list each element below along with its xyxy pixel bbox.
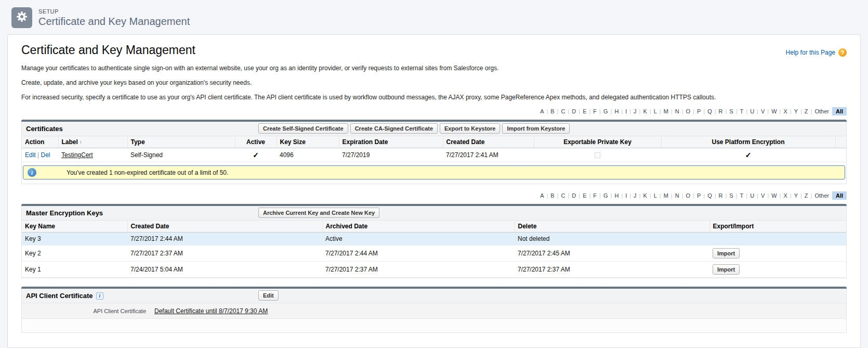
col-label[interactable]: Label↑ <box>58 136 127 148</box>
alpha-letter-l[interactable]: L <box>652 107 659 115</box>
alpha-letter-n[interactable]: N <box>673 107 681 115</box>
page-title: Certificate and Key Management <box>21 43 195 57</box>
alpha-letter-l[interactable]: L <box>652 191 659 200</box>
certificate-row: Edit | Del TestingCert Self-Signed ✓ 409… <box>22 148 846 162</box>
alpha-letter-z[interactable]: Z <box>803 107 810 115</box>
alpha-letter-r[interactable]: R <box>717 191 725 200</box>
master-keys-title: Master Encryption Keys <box>26 209 103 217</box>
alpha-other-link[interactable]: Other <box>812 107 832 115</box>
alpha-letter-e[interactable]: E <box>581 191 588 200</box>
col-active[interactable]: Active <box>235 136 277 148</box>
alpha-letter-v[interactable]: V <box>759 191 767 200</box>
alpha-separator: | <box>557 108 559 114</box>
alpha-letter-h[interactable]: H <box>612 191 621 200</box>
certificate-limit-message: i You've created 1 non-expired certifica… <box>23 165 845 179</box>
alpha-separator: | <box>714 108 717 114</box>
export-to-keystore-button[interactable]: Export to Keystore <box>440 123 500 134</box>
alpha-letter-e[interactable]: E <box>581 107 588 115</box>
col-expiration-date[interactable]: Expiration Date <box>339 136 443 148</box>
import-from-keystore-button[interactable]: Import from Keystore <box>502 123 570 134</box>
help-for-this-page-link[interactable]: Help for this Page ? <box>786 48 847 57</box>
alpha-letter-y[interactable]: Y <box>792 107 800 115</box>
alpha-letter-j[interactable]: J <box>632 107 639 115</box>
alpha-letter-n[interactable]: N <box>673 191 681 200</box>
certificate-label-link[interactable]: TestingCert <box>61 151 93 159</box>
alpha-letter-f[interactable]: F <box>591 191 599 200</box>
col-exportable-private-key[interactable]: Exportable Private Key <box>534 136 661 148</box>
alpha-letter-m[interactable]: M <box>662 191 670 200</box>
alpha-letter-y[interactable]: Y <box>792 191 800 200</box>
alpha-letter-f[interactable]: F <box>591 107 599 115</box>
alpha-letter-c[interactable]: C <box>559 107 568 115</box>
import-key-button[interactable]: Import <box>713 264 740 275</box>
archive-current-key-button[interactable]: Archive Current Key and Create New Key <box>258 208 379 218</box>
alpha-letter-p[interactable]: P <box>695 107 703 115</box>
alpha-letter-k[interactable]: K <box>641 191 649 200</box>
alpha-other-link[interactable]: Other <box>812 191 832 200</box>
alpha-letter-s[interactable]: S <box>727 107 735 115</box>
alpha-letter-r[interactable]: R <box>717 107 725 115</box>
alpha-letter-x[interactable]: X <box>781 107 789 115</box>
import-key-button[interactable]: Import <box>713 248 740 259</box>
alpha-letter-w[interactable]: W <box>769 107 779 115</box>
alpha-letter-o[interactable]: O <box>684 107 693 115</box>
alpha-separator: | <box>670 108 673 114</box>
alpha-letter-g[interactable]: G <box>601 107 610 115</box>
col-key-size[interactable]: Key Size <box>277 136 339 148</box>
alpha-letter-o[interactable]: O <box>684 191 693 200</box>
alpha-letter-d[interactable]: D <box>570 107 578 115</box>
alpha-letter-j[interactable]: J <box>632 191 639 200</box>
api-cert-section-header: API Client Certificate i Edit <box>22 289 846 303</box>
col-type[interactable]: Type <box>127 136 235 148</box>
help-icon[interactable]: ? <box>838 48 847 57</box>
description-paragraph: For increased security, specify a certif… <box>21 94 847 101</box>
col-created-date[interactable]: Created Date <box>443 136 534 148</box>
alpha-letter-z[interactable]: Z <box>803 191 810 200</box>
alpha-letter-p[interactable]: P <box>695 191 703 200</box>
alpha-letter-t[interactable]: T <box>738 107 746 115</box>
master-key-row: Key 1 7/24/2017 5:04 AM 7/27/2017 2:37 A… <box>22 262 846 278</box>
certificates-title: Certificates <box>26 125 63 133</box>
master-keys-table: Key Name Created Date Archived Date Dele… <box>22 221 846 278</box>
edit-api-cert-button[interactable]: Edit <box>258 290 279 301</box>
alpha-letter-w[interactable]: W <box>769 191 779 200</box>
alpha-letter-b[interactable]: B <box>548 107 556 115</box>
certificate-actions: Edit | Del <box>22 148 58 162</box>
alpha-letter-i[interactable]: I <box>623 191 629 200</box>
alpha-all-selected[interactable]: All <box>832 191 847 200</box>
alpha-letter-s[interactable]: S <box>727 191 735 200</box>
col-created-date: Created Date <box>127 221 322 233</box>
alpha-letter-a[interactable]: A <box>538 107 546 115</box>
alpha-letter-a[interactable]: A <box>538 191 546 200</box>
create-self-signed-certificate-button[interactable]: Create Self-Signed Certificate <box>258 123 348 134</box>
col-action[interactable]: Action <box>22 136 58 148</box>
alpha-letter-q[interactable]: Q <box>705 191 714 200</box>
alpha-all-selected[interactable]: All <box>832 107 847 115</box>
alpha-letter-b[interactable]: B <box>548 191 556 200</box>
col-use-platform-encryption[interactable]: Use Platform Encryption <box>661 136 835 148</box>
alpha-letter-h[interactable]: H <box>612 107 621 115</box>
alpha-letter-t[interactable]: T <box>738 191 746 200</box>
alpha-letter-i[interactable]: I <box>623 107 629 115</box>
info-icon[interactable]: i <box>96 292 103 300</box>
delete-certificate-link[interactable]: Del <box>41 151 50 159</box>
alpha-letter-q[interactable]: Q <box>705 107 714 115</box>
alpha-letter-k[interactable]: K <box>641 107 649 115</box>
checkbox-unchecked <box>595 152 600 158</box>
alpha-separator: | <box>735 192 738 199</box>
api-cert-value-link[interactable]: Default Certificate until 8/7/2017 9:30 … <box>154 307 268 315</box>
alpha-letter-c[interactable]: C <box>559 191 568 200</box>
alpha-letter-m[interactable]: M <box>662 107 670 115</box>
alpha-separator: | <box>681 108 684 114</box>
create-ca-signed-certificate-button[interactable]: Create CA-Signed Certificate <box>350 123 438 134</box>
alpha-letter-v[interactable]: V <box>759 107 767 115</box>
alpha-letter-u[interactable]: U <box>748 107 756 115</box>
api-cert-buttons: Edit <box>258 290 279 301</box>
edit-certificate-link[interactable]: Edit <box>25 151 36 159</box>
setup-gear-tile[interactable] <box>11 7 32 28</box>
alpha-letter-d[interactable]: D <box>570 191 578 200</box>
content-card: Certificate and Key Management Help for … <box>7 34 861 348</box>
alpha-letter-u[interactable]: U <box>748 191 756 200</box>
alpha-letter-x[interactable]: X <box>781 191 789 200</box>
alpha-letter-g[interactable]: G <box>601 191 610 200</box>
